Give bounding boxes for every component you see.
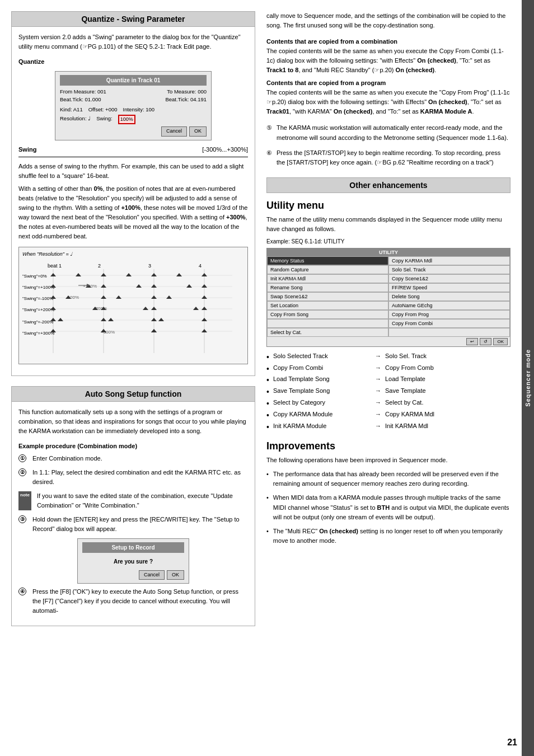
bullet-copy-combi-arrow: → (371, 364, 385, 371)
note-m100-5 (151, 295, 157, 299)
improvement-2: • When MIDI data from a KARMA module pas… (266, 493, 510, 522)
note-m200-4 (108, 318, 114, 321)
swing-200-label: "Swing"=+200% (22, 307, 54, 312)
utility-table-footer: ↩ ↺ OK (267, 337, 510, 346)
chart-beat-3: 3 (148, 263, 151, 269)
imp-2-bullet: • (266, 493, 269, 522)
quantize-intro: System version 2.0 adds a "Swing" parame… (18, 32, 248, 51)
imp-2-text: When MIDI data from a KARMA module passe… (273, 493, 510, 522)
note-100-7 (202, 284, 207, 288)
step-3: ③ Hold down the [ENTER] key and press th… (18, 515, 248, 534)
utility-btn-back[interactable]: ↩ (466, 338, 478, 345)
bullet-row-5: • Select by Category → Select by Cat. (266, 399, 510, 408)
step-note: note If you want to save the edited stat… (18, 491, 248, 510)
note-200-6 (193, 307, 199, 310)
utility-table-body: Memory Status Copy KARMA Mdl Random Capt… (267, 256, 510, 337)
swing-minus100-label: "Swing"=-100% (22, 296, 53, 301)
bullet-save-template-left: Save Template Song (273, 387, 371, 394)
chart-beat-2: 2 (98, 263, 101, 269)
note-m100-7 (202, 295, 207, 299)
bullet-solo-arrow: → (371, 353, 385, 359)
bullet-copy-combi-right: Copy From Comb (385, 364, 510, 371)
swing-0-label: "Swing"=0% (22, 274, 47, 279)
utility-cell-memory: Memory Status (267, 256, 388, 265)
step-5: ⑤ The KARMA music workstation will autom… (266, 123, 510, 142)
improvements-list: • The performance data that has already … (266, 469, 510, 545)
setup-cancel-button[interactable]: Cancel (139, 570, 165, 580)
note-m100-3 (101, 295, 106, 299)
dialog-intensity: Intensity: 100 (123, 106, 155, 114)
bullet-row-6: • Copy KARMA Module → Copy KARMA Mdl (266, 411, 510, 420)
setup-ok-button[interactable]: OK (167, 570, 184, 580)
right-column: cally move to Sequencer mode, and the se… (266, 11, 510, 745)
swing-300-label: "Swing"=+300% (22, 331, 54, 336)
quantize-cancel-button[interactable]: Cancel (161, 126, 187, 137)
bullet-save-template-right: Save Template (385, 387, 510, 394)
note-m100-4 (116, 295, 121, 299)
bullet-copy-karma-left: Copy KARMA Module (273, 411, 371, 417)
bullet-select-cat-left: Select by Category (273, 399, 371, 406)
side-tab: Sequencer mode (522, 0, 534, 756)
dialog-offset: Offset: +000 (88, 106, 118, 114)
bullet-init-karma-arrow: → (371, 422, 385, 429)
auto-song-section: Auto Song Setup function This function a… (11, 386, 255, 626)
swing-desc2: With a setting of other than 0%, the pos… (18, 184, 248, 241)
dialog-swing-value: 100% (118, 115, 135, 125)
swing-chart-svg: beat 1 2 3 4 "Swing"=0% (22, 261, 235, 359)
step-2-num: ② (18, 468, 26, 476)
utility-btn-ok[interactable]: OK (493, 338, 508, 345)
quantize-dialog: Quantize in Track 01 From Measure: 001 T… (55, 71, 212, 140)
bullet-select-cat-right: Select by Cat. (385, 399, 510, 406)
bullet-row-4: • Save Template Song → Save Template (266, 387, 510, 397)
utility-cell-copy-from-combi: Copy From Combi (388, 319, 510, 328)
bullet-init-karma-right: Init KARMA Mdl (385, 422, 510, 429)
swing-param-label: Swing (18, 145, 36, 154)
dialog-to-measure: To Measure: 000 (167, 88, 207, 96)
note-100-6 (186, 284, 192, 288)
note-0-1 (50, 273, 56, 276)
utility-btn-refresh[interactable]: ↺ (480, 338, 491, 345)
bullet-solo-right: Solo Sel. Track (385, 353, 510, 359)
contents-combi-text: Contents that are copied from a combinat… (266, 37, 510, 75)
step-3-num: ③ (18, 515, 26, 523)
bullet-row-1: • Solo Selected Track → Solo Sel. Track (266, 353, 510, 362)
utility-cell-init-karma: Init KARMA Mdl (267, 274, 388, 283)
utility-bullet-list: • Solo Selected Track → Solo Sel. Track … (266, 353, 510, 432)
bullet-copy-combi-left: Copy From Combi (273, 364, 371, 371)
utility-table-header: UTILITY (267, 248, 510, 256)
example-label: Example: SEQ 6.1-1d: UTILITY (266, 238, 510, 245)
utility-cell-solo: Solo Sel. Track (388, 265, 510, 274)
note-0-7 (202, 273, 207, 276)
step-4-num: ④ (18, 588, 26, 595)
bullet-solo-left: Solo Selected Track (273, 353, 371, 359)
step-6-marker: ⑥ (266, 148, 272, 158)
utility-cell-empty1 (267, 319, 388, 328)
bullet-row-7: • Init KARMA Module → Init KARMA Mdl (266, 422, 510, 432)
utility-cell-swap: Swap Scene1&2 (267, 292, 388, 301)
imp-1-bullet: • (266, 469, 269, 489)
step-5-text: The KARMA music workstation will automat… (277, 123, 510, 142)
step-6: ⑥ Press the [START/STOP] key to begin re… (266, 148, 510, 167)
dialog-beat-tick-from: Beat.Tick: 01.000 (60, 96, 101, 104)
step-4-text: Press the [F8] ("OK") key to execute the… (32, 587, 248, 616)
step-2: ② In 1.1: Play, select the desired combi… (18, 468, 248, 487)
quantize-subsection-header: Quantize (18, 57, 248, 67)
quantize-ok-button[interactable]: OK (189, 126, 207, 137)
note-300-5 (151, 329, 157, 332)
step-1-text: Enter Combination mode. (32, 454, 102, 463)
note-300-6 (202, 329, 207, 332)
bullet-select-cat-arrow: → (371, 399, 385, 406)
note-0-2 (76, 273, 81, 276)
dialog-resolution: Resolution: ♩ (60, 115, 91, 125)
bullet-copy-karma-right: Copy KARMA Mdl (385, 411, 510, 417)
setup-dialog-title: Setup to Record (82, 542, 184, 553)
utility-title: Utility menu (266, 200, 510, 212)
utility-cell-ffrew: FF/REW Speed (388, 283, 510, 292)
utility-cell-rename: Rename Song (267, 283, 388, 292)
improvement-3: • The "Multi REC" On (checked) setting i… (266, 527, 510, 546)
chart-beat-4: 4 (199, 263, 202, 269)
utility-cell-copy-scene12: Copy Scene1&2 (388, 274, 510, 283)
setup-dialog-question: Are you sure ? (82, 555, 184, 568)
utility-cell-select-by-cat: Select by Cat. (267, 328, 388, 337)
note-100-5 (151, 284, 157, 288)
